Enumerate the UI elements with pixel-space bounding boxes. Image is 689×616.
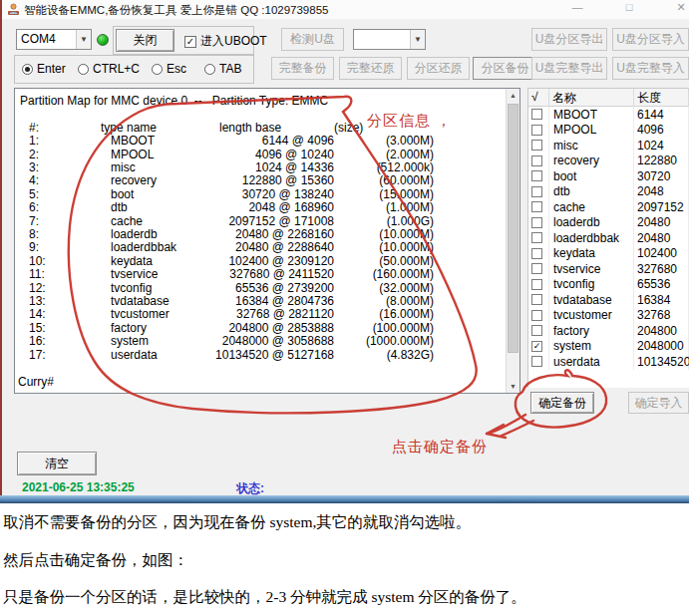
- partition-restore-button[interactable]: 分区还原: [407, 57, 470, 80]
- partition-checkbox[interactable]: [531, 201, 542, 212]
- close-icon[interactable]: ✕: [664, 1, 689, 14]
- partition-checkbox[interactable]: [531, 279, 542, 290]
- confirm-backup-button[interactable]: 确定备份: [530, 392, 594, 414]
- partition-name: factory: [85, 322, 204, 335]
- checklist-partition-length: 16384: [634, 292, 689, 308]
- radio-esc-label: Esc: [167, 62, 186, 76]
- udisk-partition-import-button[interactable]: U盘分区导入: [612, 28, 689, 51]
- clear-button[interactable]: 清空: [17, 452, 97, 475]
- scrollbar-thumb[interactable]: [508, 104, 518, 353]
- partition-num: 3:: [29, 161, 85, 174]
- partition-name: recovery: [85, 174, 204, 187]
- minimize-icon[interactable]: —: [560, 1, 594, 13]
- udisk-partition-export-button[interactable]: U盘分区导出: [531, 28, 607, 51]
- partition-length-base: 20480 @ 2268160: [204, 228, 344, 241]
- full-restore-button[interactable]: 完整还原: [339, 57, 402, 80]
- checklist-row[interactable]: dtb2048: [528, 184, 689, 200]
- chevron-down-icon[interactable]: ▼: [410, 30, 425, 49]
- partition-name: tvservice: [85, 268, 204, 281]
- checklist-partition-name: userdata: [549, 354, 634, 370]
- checklist-row[interactable]: userdata10134520: [528, 354, 689, 370]
- confirm-import-button[interactable]: 确定导入: [628, 392, 689, 414]
- radio-tab-label: TAB: [219, 62, 241, 76]
- checklist-row[interactable]: ✓system2048000: [528, 339, 689, 355]
- partition-checkbox[interactable]: [531, 186, 542, 197]
- partition-checkbox[interactable]: [531, 109, 542, 120]
- partition-checkbox[interactable]: [531, 325, 542, 336]
- radio-enter[interactable]: Enter: [22, 62, 66, 76]
- checklist-partition-name: factory: [549, 323, 634, 339]
- partition-length-base: 20480 @ 2288640: [204, 241, 344, 254]
- chevron-down-icon[interactable]: ▼: [76, 30, 91, 49]
- checklist-row[interactable]: tvdatabase16384: [528, 292, 689, 308]
- checklist-partition-length: 65536: [634, 277, 689, 293]
- partition-checkbox[interactable]: [531, 263, 542, 274]
- checklist-row[interactable]: tvconfig65536: [528, 277, 689, 293]
- checklist-row[interactable]: boot30720: [528, 168, 689, 184]
- checklist-partition-name: loaderdb: [549, 215, 634, 231]
- partition-checkbox[interactable]: [531, 294, 542, 305]
- partition-checkbox[interactable]: [531, 170, 542, 181]
- terminal-partition-row: 4:recovery122880 @ 15360(60.000M): [15, 174, 505, 187]
- checklist-row[interactable]: tvcustomer32768: [528, 308, 689, 324]
- partition-size: (1.000M): [344, 201, 454, 214]
- partition-checkbox[interactable]: [531, 248, 542, 259]
- close-serial-button[interactable]: 关闭: [116, 29, 174, 52]
- partition-size: (8.000M): [344, 295, 454, 308]
- radio-tab[interactable]: TAB: [204, 62, 241, 76]
- udisk-full-import-button[interactable]: U盘完整导入: [612, 57, 689, 80]
- partition-checkbox[interactable]: [531, 356, 542, 367]
- partition-num: 6:: [29, 201, 85, 214]
- partition-num: 9:: [29, 241, 85, 254]
- full-backup-button[interactable]: 完整备份: [271, 57, 334, 80]
- checklist-row[interactable]: recovery122880: [528, 154, 689, 169]
- partition-checkbox[interactable]: [531, 125, 542, 136]
- partition-checkbox[interactable]: [531, 140, 542, 151]
- partition-length-base: 204800 @ 2853888: [204, 322, 344, 335]
- partition-length-base: 4096 @ 10240: [204, 149, 344, 161]
- scroll-up-icon[interactable]: ▲: [507, 89, 519, 102]
- checkbox-cell: [528, 215, 549, 231]
- maximize-icon[interactable]: □: [612, 1, 646, 13]
- checklist-row[interactable]: factory204800: [528, 323, 689, 339]
- uboot-checkbox[interactable]: ✓: [184, 36, 196, 48]
- detect-udisk-button[interactable]: 检测U盘: [281, 28, 344, 51]
- checklist-row[interactable]: loaderdb20480: [528, 215, 689, 231]
- scroll-down-icon[interactable]: ▼: [507, 380, 519, 393]
- checklist-partition-length: 10134520: [634, 354, 689, 370]
- partition-checkbox[interactable]: [531, 155, 542, 166]
- uboot-checkbox-row[interactable]: ✓ 进入UBOOT: [184, 33, 267, 50]
- checklist-row[interactable]: MBOOT6144: [528, 107, 689, 123]
- screen: 智能设备EMMC,备份恢复工具 爱上你是错 QQ :1029739855 — □…: [0, 0, 689, 616]
- radio-dot-icon: [22, 64, 33, 75]
- terminal-partition-row: 5:boot30720 @ 138240(15.000M): [15, 188, 505, 201]
- partition-name: tvdatabase: [85, 295, 204, 308]
- partition-checkbox[interactable]: [531, 232, 542, 243]
- com-port-select[interactable]: COM4 ▼: [16, 29, 92, 50]
- partition-size: (1000.000M): [344, 335, 454, 348]
- checklist-row[interactable]: loaderdbbak20480: [528, 230, 689, 246]
- checkbox-cell: [528, 107, 549, 123]
- terminal-scrollbar[interactable]: ▲ ▼: [506, 89, 519, 393]
- checkbox-cell: [528, 261, 549, 277]
- radio-dot-icon: [204, 64, 215, 75]
- partition-backup-button[interactable]: 分区备份: [473, 57, 537, 80]
- udisk-select[interactable]: ▼: [353, 29, 426, 50]
- checkbox-cell: [528, 138, 549, 154]
- partition-checkbox[interactable]: ✓: [531, 341, 542, 352]
- radio-esc[interactable]: Esc: [152, 62, 186, 76]
- checklist-row[interactable]: misc1024: [528, 138, 689, 154]
- checklist-row[interactable]: cache2097152: [528, 199, 689, 215]
- checklist-row[interactable]: MPOOL4096: [528, 123, 689, 139]
- checklist-row[interactable]: tvservice327680: [528, 261, 689, 277]
- checklist-row[interactable]: keydata102400: [528, 246, 689, 262]
- partition-checkbox[interactable]: [531, 310, 542, 321]
- checklist-partition-length: 30720: [634, 168, 689, 184]
- radio-ctrl-c[interactable]: CTRL+C: [78, 62, 140, 76]
- checklist-partition-name: cache: [549, 199, 634, 215]
- udisk-full-export-button[interactable]: U盘完整导出: [531, 57, 607, 80]
- partition-checkbox[interactable]: [531, 217, 542, 228]
- checklist-partition-name: tvservice: [549, 261, 634, 277]
- checkbox-cell: [528, 123, 549, 139]
- terminal-partition-row: 3:misc1024 @ 14336(512.000k): [15, 161, 505, 174]
